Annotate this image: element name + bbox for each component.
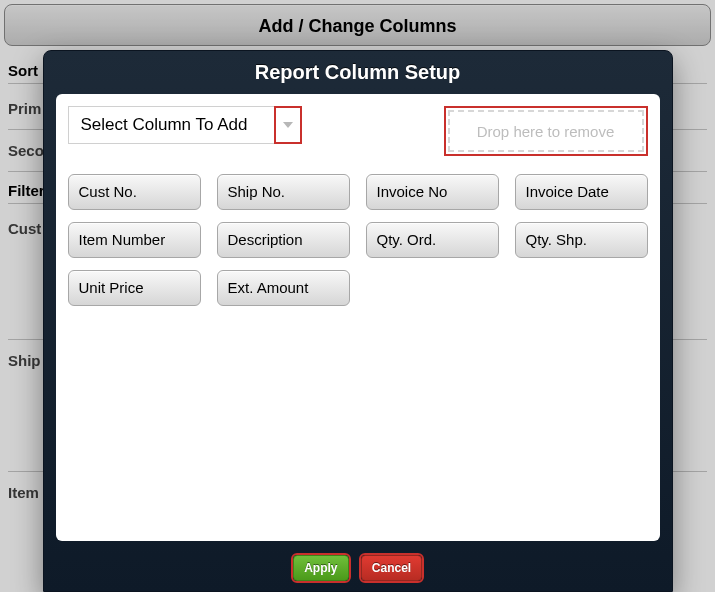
modal-body: Select Column To Add Drop here to remove…: [56, 94, 660, 541]
add-column-select[interactable]: Select Column To Add: [68, 106, 302, 144]
column-chip[interactable]: Invoice Date: [515, 174, 648, 210]
column-chip[interactable]: Ship No.: [217, 174, 350, 210]
column-chip-grid: Cust No.Ship No.Invoice NoInvoice DateIt…: [68, 174, 648, 306]
column-chip[interactable]: Qty. Ord.: [366, 222, 499, 258]
column-chip[interactable]: Cust No.: [68, 174, 201, 210]
modal-overlay: Report Column Setup Select Column To Add…: [0, 0, 715, 592]
cancel-button[interactable]: Cancel: [361, 555, 422, 581]
remove-dropzone-highlight: Drop here to remove: [444, 106, 648, 156]
column-chip[interactable]: Invoice No: [366, 174, 499, 210]
report-column-setup-modal: Report Column Setup Select Column To Add…: [43, 50, 673, 592]
apply-button-highlight: Apply: [291, 553, 351, 583]
remove-dropzone[interactable]: Drop here to remove: [448, 110, 644, 152]
modal-footer: Apply Cancel: [44, 547, 672, 591]
modal-top-row: Select Column To Add Drop here to remove: [68, 106, 648, 156]
chevron-down-icon: [283, 122, 293, 128]
column-chip[interactable]: Unit Price: [68, 270, 201, 306]
column-chip[interactable]: Qty. Shp.: [515, 222, 648, 258]
apply-button[interactable]: Apply: [293, 555, 349, 581]
add-column-select-label: Select Column To Add: [69, 107, 274, 143]
add-column-select-caret[interactable]: [274, 106, 302, 144]
cancel-button-highlight: Cancel: [359, 553, 424, 583]
column-chip[interactable]: Ext. Amount: [217, 270, 350, 306]
modal-title: Report Column Setup: [44, 51, 672, 94]
column-chip[interactable]: Description: [217, 222, 350, 258]
column-chip[interactable]: Item Number: [68, 222, 201, 258]
